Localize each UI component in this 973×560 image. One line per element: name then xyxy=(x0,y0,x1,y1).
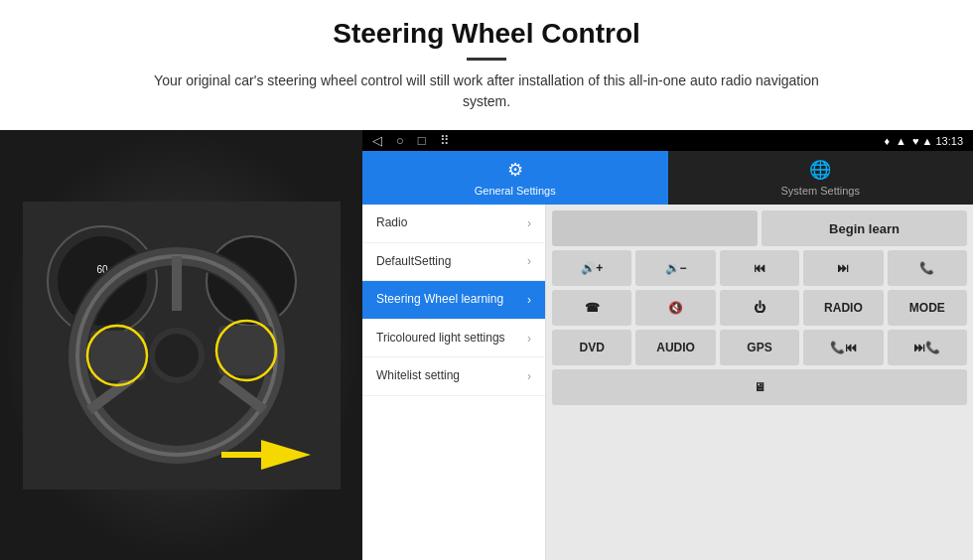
gps-button[interactable]: GPS xyxy=(720,330,799,365)
status-icons: ♦ ▲ ♥ ▲ 13:13 xyxy=(884,135,963,147)
tab-bar: ⚙ General Settings 🌐 System Settings xyxy=(362,151,973,205)
menu-icon[interactable]: ⠿ xyxy=(440,133,450,148)
steering-wheel-image: 60 • xyxy=(0,130,362,560)
system-settings-icon: 🌐 xyxy=(809,159,831,181)
chevron-icon: › xyxy=(527,293,531,307)
page-title: Steering Wheel Control xyxy=(60,18,913,50)
next-track-icon: ⏭ xyxy=(837,261,849,275)
radio-mode-button[interactable]: RADIO xyxy=(803,290,883,326)
menu-item-steering[interactable]: Steering Wheel learning › xyxy=(362,281,545,320)
menu-list: Radio › DefaultSetting › Steering Wheel … xyxy=(362,205,546,560)
svg-rect-19 xyxy=(221,452,261,458)
content-area: 60 • xyxy=(0,130,973,560)
prev-track-button[interactable]: ⏮ xyxy=(720,250,799,286)
phone-pickup-button[interactable]: 📞 xyxy=(888,250,967,286)
steering-wheel-area: 60 • xyxy=(0,130,362,560)
call-answer-button[interactable]: ☎ xyxy=(552,290,631,326)
power-button[interactable]: ⏻ xyxy=(720,290,799,326)
screen-button[interactable]: 🖥 xyxy=(552,369,967,405)
power-icon: ⏻ xyxy=(754,301,765,315)
mode-button[interactable]: MODE xyxy=(888,290,967,326)
recents-icon[interactable]: □ xyxy=(418,133,426,148)
begin-learn-button[interactable]: Begin learn xyxy=(762,210,967,246)
volume-down-button[interactable]: 🔉− xyxy=(635,250,715,286)
tab-general[interactable]: ⚙ General Settings xyxy=(362,151,668,205)
tel-next-icon: ⏭📞 xyxy=(913,341,940,354)
next-track-button[interactable]: ⏭ xyxy=(803,250,883,286)
menu-default-label: DefaultSetting xyxy=(376,254,451,270)
nav-icons: ◁ ○ □ ⠿ xyxy=(372,133,450,148)
mute-button[interactable]: 🔇 xyxy=(635,290,715,326)
page-container: Steering Wheel Control Your original car… xyxy=(0,0,973,560)
volume-up-button[interactable]: 🔊+ xyxy=(552,250,631,286)
controls-row-4: DVD AUDIO GPS 📞⏮ ⏭📞 xyxy=(552,330,967,365)
menu-steering-label: Steering Wheel learning xyxy=(376,292,503,308)
tel-next-button[interactable]: ⏭📞 xyxy=(888,330,967,365)
phone-icon: 📞 xyxy=(919,261,934,275)
screen-icon: 🖥 xyxy=(754,380,765,394)
tel-prev-button[interactable]: 📞⏮ xyxy=(803,330,883,365)
empty-slot-1 xyxy=(552,210,758,246)
menu-item-radio[interactable]: Radio › xyxy=(362,205,545,243)
mute-icon: 🔇 xyxy=(668,301,683,315)
menu-radio-label: Radio xyxy=(376,215,407,231)
prev-track-icon: ⏮ xyxy=(754,261,765,275)
volume-up-icon: 🔊+ xyxy=(581,261,603,275)
menu-whitelist-label: Whitelist setting xyxy=(376,368,460,384)
android-ui: ◁ ○ □ ⠿ ♦ ▲ ♥ ▲ 13:13 ⚙ General Settings xyxy=(362,130,973,560)
home-icon[interactable]: ○ xyxy=(396,133,404,148)
tel-prev-icon: 📞⏮ xyxy=(830,341,857,354)
clock: ♥ ▲ 13:13 xyxy=(912,135,963,147)
location-icon: ♦ xyxy=(884,135,890,147)
chevron-icon: › xyxy=(527,254,531,268)
header-section: Steering Wheel Control Your original car… xyxy=(0,0,973,120)
chevron-icon: › xyxy=(527,216,531,230)
general-settings-icon: ⚙ xyxy=(507,159,523,181)
tab-system-label: System Settings xyxy=(781,185,860,197)
menu-tricoloured-label: Tricoloured light settings xyxy=(376,331,505,347)
audio-button[interactable]: AUDIO xyxy=(635,330,715,365)
controls-row-5: 🖥 xyxy=(552,369,967,405)
svg-point-13 xyxy=(155,334,199,377)
menu-item-whitelist[interactable]: Whitelist setting › xyxy=(362,357,545,396)
dvd-button[interactable]: DVD xyxy=(552,330,631,365)
status-bar: ◁ ○ □ ⠿ ♦ ▲ ♥ ▲ 13:13 xyxy=(362,130,973,151)
menu-item-default[interactable]: DefaultSetting › xyxy=(362,243,545,282)
back-icon[interactable]: ◁ xyxy=(372,133,382,148)
title-divider xyxy=(467,58,506,61)
tab-general-label: General Settings xyxy=(475,185,556,197)
tab-system[interactable]: 🌐 System Settings xyxy=(668,151,974,205)
main-content: Radio › DefaultSetting › Steering Wheel … xyxy=(362,205,973,560)
volume-down-icon: 🔉− xyxy=(665,261,687,275)
call-answer-icon: ☎ xyxy=(585,301,600,315)
controls-row-1: Begin learn xyxy=(552,210,967,246)
svg-rect-14 xyxy=(90,331,145,380)
controls-row-2: 🔊+ 🔉− ⏮ ⏭ 📞 xyxy=(552,250,967,286)
menu-item-tricoloured[interactable]: Tricoloured light settings › xyxy=(362,320,545,358)
controls-panel: Begin learn 🔊+ 🔉− ⏮ xyxy=(546,205,973,560)
chevron-icon: › xyxy=(527,369,531,383)
subtitle-text: Your original car's steering wheel contr… xyxy=(139,70,834,112)
wifi-icon: ▲ xyxy=(896,135,906,147)
chevron-icon: › xyxy=(527,332,531,346)
controls-row-3: ☎ 🔇 ⏻ RADIO MODE xyxy=(552,290,967,326)
svg-rect-15 xyxy=(218,326,273,375)
